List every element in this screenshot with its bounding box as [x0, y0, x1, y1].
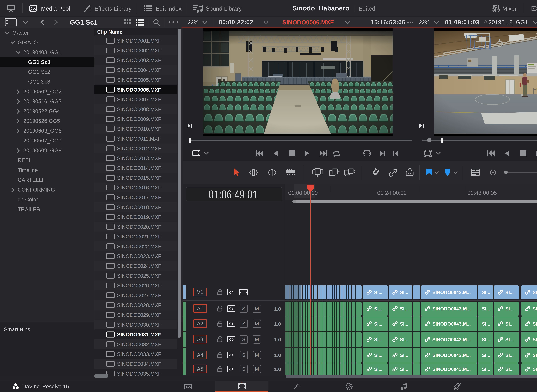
svg-text:SI...: SI...: [482, 321, 490, 327]
svg-text:SI...: SI...: [482, 367, 490, 372]
svg-text:SI...: SI...: [505, 321, 514, 327]
svg-text:SI...: SI...: [505, 353, 514, 358]
svg-text:SI...: SI...: [532, 337, 537, 342]
svg-text:SI...: SI...: [505, 367, 514, 372]
svg-text:SI...: SI...: [532, 367, 537, 372]
svg-text:SINODO0043.M...: SINODO0043.M...: [432, 367, 471, 372]
svg-text:SINODO0043.M...: SINODO0043.M...: [432, 321, 471, 327]
svg-text:SI...: SI...: [400, 353, 408, 358]
svg-text:SI...: SI...: [400, 321, 408, 327]
svg-text:SINODO0043.M...: SINODO0043.M...: [432, 337, 471, 342]
svg-text:SI...: SI...: [505, 306, 514, 311]
svg-text:SI...: SI...: [400, 290, 408, 295]
svg-text:SI...: SI...: [400, 337, 408, 342]
svg-text:SI...: SI...: [505, 290, 514, 295]
svg-text:SI...: SI...: [374, 367, 382, 372]
svg-text:SI...: SI...: [374, 290, 382, 295]
svg-text:SI...: SI...: [505, 337, 514, 342]
svg-text:SI...: SI...: [400, 306, 408, 311]
svg-text:SI...: SI...: [374, 306, 382, 311]
svg-text:SI...: SI...: [374, 337, 382, 342]
svg-text:SI...: SI...: [532, 353, 537, 358]
svg-text:SINODO0043.M...: SINODO0043.M...: [432, 306, 471, 311]
svg-text:SI...: SI...: [400, 367, 408, 372]
svg-text:SI...: SI...: [374, 321, 382, 327]
svg-text:SI...: SI...: [532, 306, 537, 311]
svg-text:SI...: SI...: [482, 290, 490, 295]
svg-text:SINODO0043.M...: SINODO0043.M...: [432, 353, 471, 358]
svg-text:SI...: SI...: [532, 290, 537, 295]
svg-text:SI...: SI...: [482, 337, 490, 342]
svg-text:SI...: SI...: [482, 353, 490, 358]
svg-text:SI...: SI...: [374, 353, 382, 358]
svg-text:SI...: SI...: [482, 306, 490, 311]
svg-text:SI...: SI...: [532, 321, 537, 327]
svg-text:SINODO0043.M...: SINODO0043.M...: [432, 290, 471, 295]
